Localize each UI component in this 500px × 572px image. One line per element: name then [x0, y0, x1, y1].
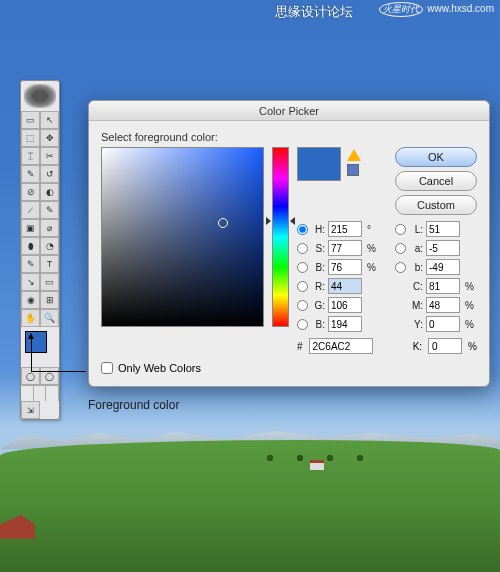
input-g[interactable]: [328, 297, 362, 313]
label-h: H:: [311, 224, 325, 235]
tool-10[interactable]: ⟋: [21, 201, 40, 219]
input-b[interactable]: [328, 259, 362, 275]
input-h[interactable]: [328, 221, 362, 237]
color-preview-new: [298, 148, 340, 164]
tool-0[interactable]: ▭: [21, 111, 40, 129]
unit-deg: °: [367, 224, 379, 235]
color-field-cursor[interactable]: [218, 218, 228, 228]
tool-4[interactable]: ⌶: [21, 147, 40, 165]
radio-l[interactable]: [395, 224, 406, 235]
tools-palette[interactable]: ▭↖⬚✥⌶✂✎↺⊘◐⟋✎▣⌀⬮◔✎T↘▭◉⊞✋🔍 ◯ ◯ ⇲: [20, 80, 60, 420]
watermark-url: www.hxsd.com: [427, 3, 494, 14]
color-picker-dialog: Color Picker Select foreground color:: [88, 100, 490, 387]
tool-21[interactable]: ⊞: [40, 291, 59, 309]
color-preview: [297, 147, 341, 181]
radio-h[interactable]: [297, 224, 308, 235]
jump-to-button[interactable]: ⇲: [21, 401, 40, 419]
tool-7[interactable]: ↺: [40, 165, 59, 183]
input-s[interactable]: [328, 240, 362, 256]
label-b: B:: [311, 262, 325, 273]
radio-b[interactable]: [297, 262, 308, 273]
input-a[interactable]: [426, 240, 460, 256]
label-lab-b: b:: [409, 262, 423, 273]
label-l: L:: [409, 224, 423, 235]
input-y[interactable]: [426, 316, 460, 332]
canvas-trees: [250, 452, 450, 464]
label-y: Y:: [409, 319, 423, 330]
tool-17[interactable]: T: [40, 255, 59, 273]
label-r: R:: [311, 281, 325, 292]
radio-s[interactable]: [297, 243, 308, 254]
tool-8[interactable]: ⊘: [21, 183, 40, 201]
input-r[interactable]: [328, 278, 362, 294]
tool-19[interactable]: ▭: [40, 273, 59, 291]
tool-11[interactable]: ✎: [40, 201, 59, 219]
tool-20[interactable]: ◉: [21, 291, 40, 309]
radio-g[interactable]: [297, 300, 308, 311]
brush-preview: [24, 84, 56, 108]
input-bb[interactable]: [328, 316, 362, 332]
watermark-site-name: 火星时代: [379, 2, 423, 17]
only-web-colors-checkbox[interactable]: [101, 362, 113, 374]
label-c: C:: [409, 281, 423, 292]
tool-3[interactable]: ✥: [40, 129, 59, 147]
screen-mode-standard[interactable]: [21, 386, 34, 401]
ok-button[interactable]: OK: [395, 147, 477, 167]
watermark-site: 火星时代 www.hxsd.com: [379, 2, 494, 17]
tool-13[interactable]: ⌀: [40, 219, 59, 237]
radio-bb[interactable]: [297, 319, 308, 330]
label-g: G:: [311, 300, 325, 311]
annotation-arrow: [31, 334, 32, 371]
input-c[interactable]: [426, 278, 460, 294]
screen-mode-group: [21, 385, 59, 401]
only-web-colors-label[interactable]: Only Web Colors: [101, 362, 477, 374]
input-k[interactable]: [428, 338, 462, 354]
annotation-label: Foreground color: [88, 398, 179, 412]
tool-1[interactable]: ↖: [40, 111, 59, 129]
canvas-house-right: [310, 460, 324, 470]
gamut-warning-icon[interactable]: [347, 149, 361, 161]
dialog-title[interactable]: Color Picker: [89, 101, 489, 121]
label-k: K:: [413, 341, 422, 352]
tool-16[interactable]: ✎: [21, 255, 40, 273]
label-s: S:: [311, 243, 325, 254]
dialog-prompt: Select foreground color:: [101, 131, 477, 143]
tool-12[interactable]: ▣: [21, 219, 40, 237]
screen-mode-full-menus[interactable]: [34, 386, 47, 401]
hue-slider-thumb[interactable]: [268, 217, 293, 225]
custom-button[interactable]: Custom: [395, 195, 477, 215]
label-m: M:: [409, 300, 423, 311]
label-bb: B:: [311, 319, 325, 330]
color-values-grid: H:° L: S:% a: B:% b: R: C:% G: M:% B: Y:…: [297, 221, 477, 332]
tool-14[interactable]: ⬮: [21, 237, 40, 255]
tool-6[interactable]: ✎: [21, 165, 40, 183]
tool-23[interactable]: 🔍: [40, 309, 59, 327]
quick-mask-mask[interactable]: ◯: [40, 367, 59, 385]
tool-2[interactable]: ⬚: [21, 129, 40, 147]
tool-15[interactable]: ◔: [40, 237, 59, 255]
tool-18[interactable]: ↘: [21, 273, 40, 291]
tool-5[interactable]: ✂: [40, 147, 59, 165]
annotation-line: [31, 371, 86, 372]
radio-lab-b[interactable]: [395, 262, 406, 273]
label-a: a:: [409, 243, 423, 254]
websafe-warning-icon[interactable]: [347, 164, 359, 176]
color-preview-current[interactable]: [298, 164, 340, 180]
label-hash: #: [297, 341, 303, 352]
input-m[interactable]: [426, 297, 460, 313]
input-lab-b[interactable]: [426, 259, 460, 275]
tool-22[interactable]: ✋: [21, 309, 40, 327]
watermark-forum: 思缘设计论坛: [275, 3, 353, 21]
tool-9[interactable]: ◐: [40, 183, 59, 201]
color-field[interactable]: [101, 147, 264, 327]
input-hex[interactable]: [309, 338, 373, 354]
radio-a[interactable]: [395, 243, 406, 254]
input-l[interactable]: [426, 221, 460, 237]
radio-r[interactable]: [297, 281, 308, 292]
screen-mode-full[interactable]: [46, 386, 59, 401]
cancel-button[interactable]: Cancel: [395, 171, 477, 191]
only-web-colors-text: Only Web Colors: [118, 362, 201, 374]
hue-slider[interactable]: [272, 147, 289, 327]
